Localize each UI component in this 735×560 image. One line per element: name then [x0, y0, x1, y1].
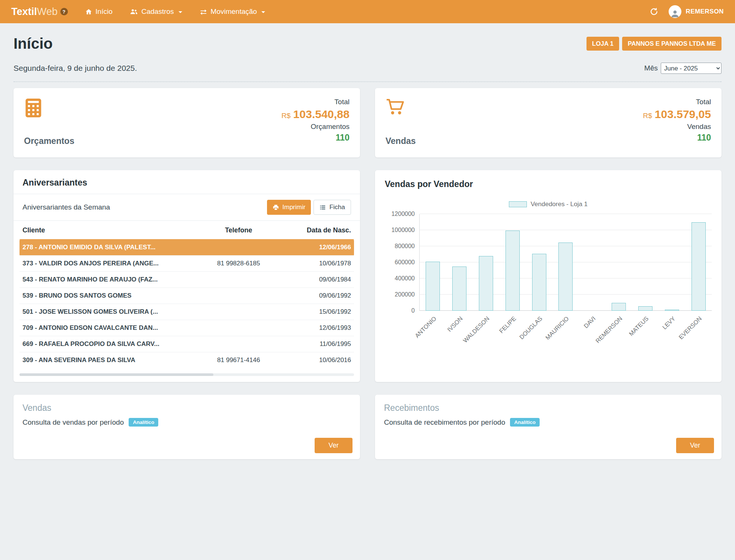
column-header-telefone: Telefone — [197, 222, 280, 240]
card-label: Vendas — [386, 136, 416, 146]
ficha-button[interactable]: Ficha — [314, 200, 351, 215]
table-cell: 09/06/1984 — [280, 272, 354, 288]
table-row[interactable]: 543 - RENATO MARINHO DE ARAUJO (FAZ...09… — [20, 272, 354, 288]
bar-slot: DAVI — [579, 214, 606, 311]
table-row[interactable]: 278 - ANTONIO EMIDIO DA SILVA (PALEST...… — [20, 240, 354, 256]
bar-slot: WALDESON — [473, 214, 500, 311]
table-row[interactable]: 669 - RAFAELA PROCOPIO DA SILVA CARV...1… — [20, 336, 354, 352]
aniversariantes-title: Aniversariantes — [14, 170, 360, 194]
home-icon — [85, 8, 92, 15]
table-cell — [197, 272, 280, 288]
total-amount: R$103.579,05 — [643, 108, 711, 121]
table-cell: 669 - RAFAELA PROCOPIO DA SILVA CARV... — [20, 336, 197, 352]
bar-slot: MATEUS — [632, 214, 659, 311]
table-row[interactable]: 709 - ANTONIO EDSON CAVALCANTE DAN...12/… — [20, 320, 354, 336]
legend-label: Vendedores - Loja 1 — [531, 201, 588, 208]
nav-item-cadastros[interactable]: Cadastros — [130, 7, 182, 16]
chevron-down-icon — [178, 11, 182, 13]
month-select[interactable]: June - 2025 — [661, 63, 722, 74]
ver-recebimentos-button[interactable]: Ver — [676, 438, 714, 453]
bar-antonio[interactable] — [426, 262, 440, 311]
y-tick-label: 200000 — [395, 291, 415, 298]
total-label: Total — [643, 98, 711, 106]
y-tick-label: 0 — [411, 307, 415, 314]
table-cell: 709 - ANTONIO EDSON CAVALCANTE DAN... — [20, 320, 197, 336]
vendas-por-vendedor-card: Vendas por Vendedor Vendedores - Loja 1 … — [375, 170, 722, 382]
refresh-icon[interactable] — [650, 7, 658, 16]
table-cell: 81 99828-6185 — [197, 256, 280, 272]
bar-felipe[interactable] — [506, 231, 520, 311]
report-title: Recebimentos — [384, 403, 712, 413]
bar-mateus[interactable] — [638, 306, 652, 311]
aniversariantes-subtitle: Aniversariantes da Semana — [22, 203, 110, 211]
scrollbar-thumb[interactable] — [20, 373, 213, 376]
users-icon — [130, 8, 138, 15]
table-cell: 15/06/1992 — [280, 304, 354, 320]
bar-everson[interactable] — [692, 222, 706, 311]
analitico-badge: Analítico — [129, 418, 158, 427]
table-cell: 10/06/1978 — [280, 256, 354, 272]
bar-waldeson[interactable] — [479, 256, 493, 311]
table-row[interactable]: 373 - VALDIR DOS ANJOS PEREIRA (ANGE...8… — [20, 256, 354, 272]
birthdays-table: Cliente Telefone Data de Nasc. 278 - ANT… — [20, 222, 354, 368]
table-cell — [197, 288, 280, 304]
date-row: Segunda-feira, 9 de junho de 2025. Mês J… — [14, 63, 722, 82]
navbar: TextilWeb ? Início Cadastros Movimentaçã… — [0, 0, 735, 23]
bar-levy[interactable] — [665, 310, 679, 311]
table-cell: 12/06/1993 — [280, 320, 354, 336]
table-cell: 12/06/1966 — [280, 240, 354, 256]
table-header-row: Cliente Telefone Data de Nasc. — [20, 222, 354, 240]
bar-slot: DOUGLAS — [526, 214, 552, 311]
card-label: Orçamentos — [24, 136, 74, 146]
bar-slot: FELIPE — [499, 214, 526, 311]
nav-item-movimentacao[interactable]: Movimentação — [200, 7, 266, 16]
calculator-icon — [24, 98, 74, 118]
nav-label: Início — [96, 7, 112, 16]
y-tick-label: 600000 — [395, 259, 415, 266]
table-row[interactable]: 309 - ANA SEVERINA PAES DA SILVA81 99671… — [20, 352, 354, 368]
count-value: 110 — [643, 133, 711, 143]
table-row[interactable]: 501 - JOSE WELISSON GOMES OLIVEIRA (...1… — [20, 304, 354, 320]
table-cell: 09/06/1992 — [280, 288, 354, 304]
user-menu[interactable]: REMERSON — [669, 5, 724, 18]
table-scrollbar[interactable] — [20, 373, 354, 376]
table-cell: 543 - RENATO MARINHO DE ARAUJO (FAZ... — [20, 272, 197, 288]
table-cell: 278 - ANTONIO EMIDIO DA SILVA (PALEST... — [20, 240, 197, 256]
table-cell: 501 - JOSE WELISSON GOMES OLIVEIRA (... — [20, 304, 197, 320]
report-description: Consulta de vendas por período — [22, 418, 124, 427]
user-name: REMERSON — [686, 8, 724, 15]
bar-ivson[interactable] — [452, 267, 466, 311]
total-amount: R$103.540,88 — [282, 108, 350, 121]
nav-item-inicio[interactable]: Início — [85, 7, 112, 16]
nav-label: Movimentação — [211, 7, 257, 16]
analitico-badge: Analítico — [510, 418, 540, 427]
count-value: 110 — [282, 133, 350, 143]
total-label: Total — [282, 98, 350, 106]
bar-douglas[interactable] — [532, 254, 546, 311]
brand-bold: Textil — [11, 6, 37, 17]
bar-slot: IVSON — [446, 214, 473, 311]
store-button[interactable]: LOJA 1 — [586, 37, 619, 51]
company-button[interactable]: PANNOS E PANNOS LTDA ME — [622, 37, 722, 51]
page-title: Início — [14, 35, 52, 52]
bar-remerson[interactable] — [612, 303, 626, 311]
table-row[interactable]: 539 - BRUNO DOS SANTOS GOMES09/06/1992 — [20, 288, 354, 304]
bar-chart: Vendedores - Loja 1 02000004000006000008… — [385, 201, 712, 347]
ver-vendas-button[interactable]: Ver — [315, 438, 352, 453]
column-header-data: Data de Nasc. — [280, 222, 354, 240]
shopping-cart-icon — [386, 98, 416, 116]
printer-icon — [273, 204, 279, 211]
orcamentos-card: Orçamentos Total R$103.540,88 Orçamentos… — [14, 88, 360, 157]
app-logo[interactable]: TextilWeb ? — [11, 6, 68, 18]
chevron-down-icon — [261, 11, 265, 13]
table-cell: 11/06/1995 — [280, 336, 354, 352]
table-cell: 81 99671-4146 — [197, 352, 280, 368]
chart-legend[interactable]: Vendedores - Loja 1 — [385, 201, 712, 208]
y-tick-label: 400000 — [395, 275, 415, 282]
current-date: Segunda-feira, 9 de junho de 2025. — [14, 64, 137, 73]
bar-mauricio[interactable] — [558, 243, 573, 311]
table-cell: 373 - VALDIR DOS ANJOS PEREIRA (ANGE... — [20, 256, 197, 272]
table-cell — [197, 336, 280, 352]
help-icon[interactable]: ? — [60, 8, 68, 15]
imprimir-button[interactable]: Imprimir — [267, 200, 311, 215]
